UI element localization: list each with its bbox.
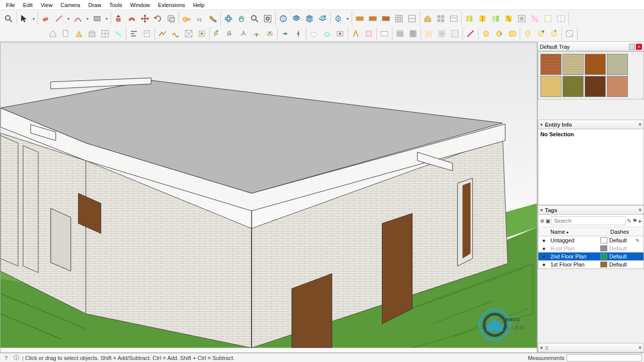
pan-icon[interactable] (235, 13, 248, 25)
tags-col-dashes[interactable]: Dashes (608, 229, 643, 235)
paint2-icon[interactable] (464, 28, 476, 40)
search-icon[interactable] (3, 13, 15, 25)
ext-r2-7-icon[interactable] (196, 28, 208, 40)
collapse-icon[interactable]: ▾ (540, 122, 543, 127)
tag-color-swatch[interactable] (600, 237, 607, 243)
cloud-2-icon[interactable] (321, 28, 333, 40)
pushpull-icon[interactable] (113, 13, 125, 25)
tag-color-swatch[interactable] (600, 245, 607, 251)
tag-color-swatch[interactable] (600, 253, 607, 259)
new-icon[interactable] (60, 28, 72, 40)
snap-2-icon[interactable] (292, 28, 304, 40)
warehouse-icon[interactable] (277, 13, 289, 25)
material-swatch[interactable] (562, 54, 584, 75)
ext-r2-3-icon[interactable] (112, 28, 124, 40)
ext7-icon[interactable] (542, 13, 554, 25)
menu-extensions[interactable]: Extensions (154, 1, 189, 9)
house-icon[interactable] (422, 13, 434, 25)
menu-tools[interactable]: Tools (105, 1, 126, 9)
sandbox-3-icon[interactable] (237, 28, 250, 40)
align-1-icon[interactable] (128, 28, 140, 40)
menu-camera[interactable]: Camera (56, 1, 84, 9)
viewport[interactable]: RRCG 人人素材 (0, 42, 537, 353)
edit-icon[interactable]: ✎ (635, 238, 643, 243)
menu-edit[interactable]: Edit (19, 1, 37, 9)
tag-tool-1-icon[interactable]: ✎ (627, 217, 631, 225)
grid1-icon[interactable] (393, 13, 405, 25)
panel-close-icon[interactable]: × (638, 207, 641, 213)
move-icon[interactable] (139, 13, 151, 25)
cloud-3-icon[interactable] (334, 28, 346, 40)
tex-c-icon[interactable] (423, 28, 435, 40)
info-icon[interactable]: ⓘ (12, 354, 20, 362)
ext-r2-6-icon[interactable] (183, 28, 195, 40)
ext2-icon[interactable] (476, 13, 489, 25)
tag-search-input[interactable] (551, 216, 626, 225)
ext3-icon[interactable] (490, 13, 502, 25)
material-swatch[interactable] (607, 76, 628, 97)
rotate-icon[interactable] (152, 13, 164, 25)
geolocation-icon[interactable] (332, 13, 344, 25)
ext1-icon[interactable] (463, 13, 475, 25)
material-swatch[interactable] (540, 76, 561, 97)
layers2-icon[interactable] (303, 13, 315, 25)
close-icon[interactable]: × (636, 44, 642, 50)
tags-col-name[interactable]: Name ▾ (549, 229, 608, 235)
visibility-icon[interactable]: ● (538, 245, 549, 251)
ext8-icon[interactable] (555, 13, 567, 25)
cloud-1-icon[interactable] (308, 28, 320, 40)
ext-r2-5-icon[interactable] (170, 28, 182, 40)
sandbox-5-icon[interactable] (264, 28, 276, 40)
layers-icon[interactable] (290, 13, 302, 25)
tag-row[interactable]: ●UntaggedDefault✎ (538, 236, 643, 244)
zoom-icon[interactable] (249, 13, 261, 25)
visibility-icon[interactable]: ● (538, 253, 549, 259)
menu-view[interactable]: View (37, 1, 57, 9)
arc-dropdown[interactable]: ▾ (85, 17, 90, 21)
menu-help[interactable]: Help (189, 1, 209, 9)
grid-r2-icon[interactable] (99, 28, 111, 40)
select-icon[interactable] (18, 13, 30, 25)
pin-icon[interactable] (629, 44, 635, 50)
panel-close-icon[interactable]: × (638, 122, 641, 127)
align-2-icon[interactable] (141, 28, 153, 40)
material-swatch[interactable] (607, 54, 628, 75)
grid3-icon[interactable] (435, 13, 447, 25)
ext-end-icon[interactable] (564, 28, 576, 40)
paint-icon[interactable] (207, 13, 219, 25)
tag-row[interactable]: ●1st Floor PlanDefault (538, 260, 643, 268)
add-tag-icon[interactable]: ⊕ (540, 217, 544, 225)
sandbox-2-icon[interactable] (224, 28, 236, 40)
material-swatch[interactable] (585, 76, 606, 97)
grid2-icon[interactable] (406, 13, 418, 25)
arc-icon[interactable] (72, 13, 84, 25)
eraser-icon[interactable] (40, 13, 52, 25)
material-swatch[interactable] (562, 76, 584, 97)
tex-a-icon[interactable] (394, 28, 406, 40)
select-dropdown[interactable]: ▾ (31, 17, 36, 21)
tag-row[interactable]: ●2nd Floor PlanDefault (538, 252, 643, 260)
solid-1-icon[interactable] (480, 28, 492, 40)
tag-tool-2-icon[interactable]: ⚑ (632, 217, 637, 225)
ext5-icon[interactable] (516, 13, 528, 25)
tex2-icon[interactable] (367, 13, 379, 25)
menu-draw[interactable]: Draw (84, 1, 105, 9)
sandbox-4-icon[interactable] (251, 28, 263, 40)
menu-window[interactable]: Window (126, 1, 154, 9)
solid-3-icon[interactable] (506, 28, 518, 40)
menu-file[interactable]: File (2, 1, 19, 9)
shape-dropdown[interactable]: ▾ (104, 17, 109, 21)
layers3-icon[interactable] (316, 13, 329, 25)
tag-row[interactable]: ●Roof PlanDefault (538, 244, 643, 252)
home-icon[interactable] (47, 28, 59, 40)
visibility-icon[interactable]: ● (538, 261, 549, 267)
material-swatch[interactable] (540, 54, 561, 75)
ext-r2-1-icon[interactable] (73, 28, 85, 40)
tape-icon[interactable] (181, 13, 193, 25)
sandbox-1-icon[interactable] (211, 28, 223, 40)
measurements-input[interactable] (567, 354, 642, 361)
tex-e-icon[interactable] (449, 28, 461, 40)
text-icon[interactable]: A1 (194, 13, 206, 25)
ext-r2-2-icon[interactable] (86, 28, 98, 40)
zoom-extents-icon[interactable] (262, 13, 274, 25)
